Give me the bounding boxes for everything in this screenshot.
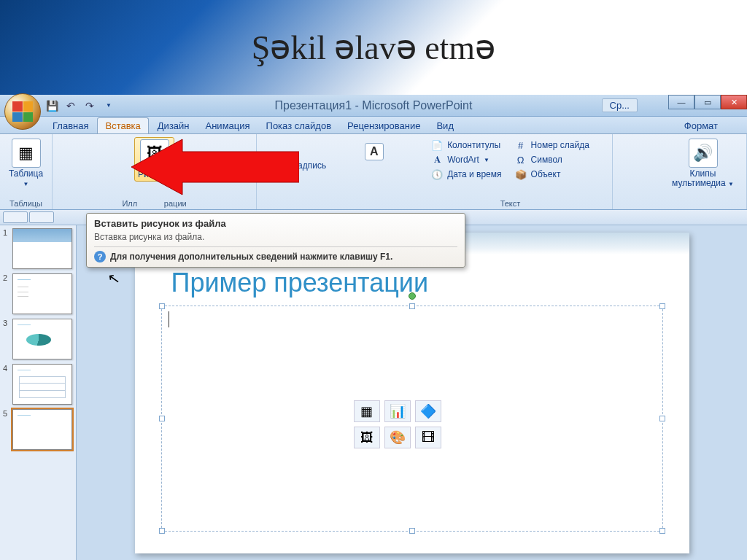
outline-pane-tab[interactable] xyxy=(29,211,54,223)
picture-button[interactable]: 🖼 Рисунок xyxy=(134,137,174,182)
insert-chart-icon[interactable]: 📊 xyxy=(384,400,411,422)
slide-thumbnails: 1 2 ——— ————————— 3 ——— xyxy=(0,225,77,560)
slide-title[interactable]: Пример презентации xyxy=(171,268,429,298)
header-footer-icon: 📄 xyxy=(431,139,443,151)
office-button[interactable] xyxy=(4,93,41,130)
resize-handle[interactable] xyxy=(159,416,165,421)
group-illustrations: 🖼 Рисунок Илл рации xyxy=(53,134,257,209)
datetime-icon: 🕔 xyxy=(431,168,443,180)
tab-slideshow[interactable]: Показ слайдов xyxy=(259,118,339,133)
group-text: 📄Колонтитулы 𝐀WordArt ▼ 🕔Дата и время #Н… xyxy=(409,134,613,209)
minimize-button[interactable]: — xyxy=(668,95,694,109)
thumb-row[interactable]: 3 ——— xyxy=(3,319,73,359)
thumb-row[interactable]: 5 ——— xyxy=(3,409,73,450)
object-button[interactable]: 📦Объект xyxy=(512,168,592,181)
insert-table-icon[interactable]: ▦ xyxy=(354,400,380,422)
tooltip-help: ? Для получения дополнительных сведений … xyxy=(94,246,457,262)
text-caret xyxy=(169,311,169,327)
tooltip-title: Вставить рисунок из файла xyxy=(94,218,457,229)
slide[interactable]: Пример презентации ▦ xyxy=(135,233,689,553)
group-media: 🔊 Клипы мультимедиа ▼ xyxy=(659,134,747,209)
table-icon: ▦ xyxy=(12,139,41,168)
close-button[interactable]: ✕ xyxy=(721,95,747,109)
textbox-partial-label: адпись xyxy=(298,160,326,171)
resize-handle[interactable] xyxy=(409,528,415,534)
titlebar: 💾 ↶ ↷ ▼ Презентация1 - Microsoft PowerPo… xyxy=(0,95,747,117)
powerpoint-window: 💾 ↶ ↷ ▼ Презентация1 - Microsoft PowerPo… xyxy=(0,95,747,560)
tooltip-body: Вставка рисунка из файла. xyxy=(94,232,457,242)
resize-handle[interactable] xyxy=(409,303,415,309)
resize-handle[interactable] xyxy=(659,416,665,421)
tab-home[interactable]: Главная xyxy=(45,118,96,133)
slide-number-button[interactable]: #Номер слайда xyxy=(512,139,592,152)
quick-access-toolbar: 💾 ↶ ↷ ▼ xyxy=(45,99,115,112)
resize-handle[interactable] xyxy=(159,528,165,534)
slides-pane-tab[interactable] xyxy=(3,211,28,223)
ribbon-tabs: Главная Вставка Дизайн Анимация Показ сл… xyxy=(0,117,747,134)
thumb-4[interactable]: ——— xyxy=(12,364,72,405)
insert-picture-icon[interactable]: 🖼 xyxy=(354,427,380,448)
thumb-2[interactable]: ——— ————————— xyxy=(12,273,72,314)
office-logo-icon xyxy=(12,101,33,122)
insert-clipart-icon[interactable]: 🎨 xyxy=(384,427,411,448)
group-tables-label: Таблицы xyxy=(0,199,52,208)
wordart-button[interactable]: 𝐀WordArt ▼ xyxy=(428,153,504,166)
symbol-icon: Ω xyxy=(515,154,527,166)
speaker-icon: 🔊 xyxy=(689,139,718,168)
symbol-button[interactable]: ΩСимвол xyxy=(512,153,592,166)
context-tab[interactable]: Ср... xyxy=(602,98,638,112)
tab-format[interactable]: Формат xyxy=(677,118,725,133)
picture-label: Рисунок xyxy=(138,170,171,179)
header-footer-button[interactable]: 📄Колонтитулы xyxy=(428,139,504,152)
insert-smartart-icon[interactable]: 🔷 xyxy=(415,400,441,422)
window-controls: — ▭ ✕ xyxy=(668,95,747,109)
thumb-5[interactable]: ——— xyxy=(12,409,72,450)
tab-view[interactable]: Вид xyxy=(429,118,461,133)
thumb-row[interactable]: 2 ——— ————————— xyxy=(3,273,73,314)
help-icon: ? xyxy=(94,251,106,262)
resize-handle[interactable] xyxy=(159,303,165,309)
thumb-row[interactable]: 1 xyxy=(3,228,73,269)
placeholder-icon-grid: ▦ 📊 🔷 🖼 🎨 🎞 xyxy=(354,400,441,448)
ribbon: ▦ Таблица▼ Таблицы 🖼 Рисунок Илл рации а… xyxy=(0,134,747,210)
object-icon: 📦 xyxy=(515,168,527,180)
rotate-handle[interactable] xyxy=(409,292,416,300)
group-text-label: Текст xyxy=(409,199,612,208)
tab-design[interactable]: Дизайн xyxy=(150,118,197,133)
resize-handle[interactable] xyxy=(659,303,665,309)
thumb-1[interactable] xyxy=(12,228,72,269)
tab-review[interactable]: Рецензирование xyxy=(340,118,427,133)
picture-icon: 🖼 xyxy=(140,139,169,168)
page-banner: Şəkil əlavə etmə xyxy=(0,0,747,95)
tab-insert[interactable]: Вставка xyxy=(97,117,148,133)
undo-icon[interactable]: ↶ xyxy=(64,99,77,112)
slide-number-icon: # xyxy=(515,139,527,151)
group-illustrations-label: Илл рации xyxy=(53,199,256,208)
tab-animation[interactable]: Анимация xyxy=(198,118,258,133)
redo-icon[interactable]: ↷ xyxy=(83,99,96,112)
thumb-3[interactable]: ——— xyxy=(12,319,72,359)
slide-canvas-area: Пример презентации ▦ xyxy=(77,225,747,560)
thumb-row[interactable]: 4 ——— xyxy=(3,364,73,405)
wordart-icon: 𝐀 xyxy=(431,154,443,166)
group-tables: ▦ Таблица▼ Таблицы xyxy=(0,134,53,209)
textbox-icon: A xyxy=(365,143,384,160)
maximize-button[interactable]: ▭ xyxy=(694,95,721,109)
table-label: Таблица xyxy=(9,168,43,179)
insert-media-icon[interactable]: 🎞 xyxy=(415,427,441,448)
media-label: Клипы мультимедиа xyxy=(672,168,726,188)
media-button[interactable]: 🔊 Клипы мультимедиа ▼ xyxy=(665,137,740,190)
tooltip-insert-picture: Вставить рисунок из файла Вставка рисунк… xyxy=(86,213,465,268)
save-icon[interactable]: 💾 xyxy=(45,99,58,112)
table-button[interactable]: ▦ Таблица▼ xyxy=(6,137,46,190)
datetime-button[interactable]: 🕔Дата и время xyxy=(428,168,504,181)
resize-handle[interactable] xyxy=(659,528,665,534)
banner-title: Şəkil əlavə etmə xyxy=(252,28,495,67)
qat-dropdown-icon[interactable]: ▼ xyxy=(102,99,115,112)
